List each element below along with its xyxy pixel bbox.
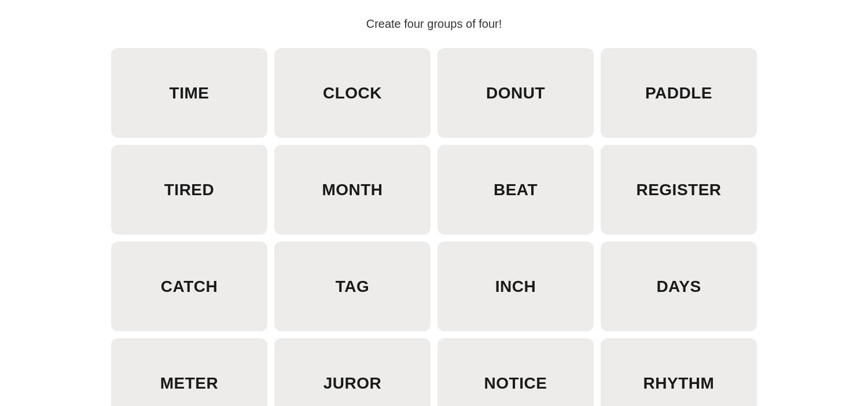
tile-tag[interactable]: TAG [274,242,431,331]
tile-label-catch: CATCH [161,277,218,296]
tile-label-beat: BEAT [494,181,538,199]
tile-month[interactable]: MONTH [274,145,431,235]
tile-clock[interactable]: CLOCK [274,48,431,138]
tile-notice[interactable]: NOTICE [437,338,594,406]
tile-donut[interactable]: DONUT [437,48,594,138]
tile-label-meter: METER [160,374,219,393]
tile-label-notice: NOTICE [484,374,547,393]
tile-meter[interactable]: METER [111,338,267,406]
tile-register[interactable]: REGISTER [601,145,757,235]
tile-time[interactable]: TIME [111,48,267,138]
word-grid: TIMECLOCKDONUTPADDLETIREDMONTHBEATREGIST… [111,48,757,406]
tile-rhythm[interactable]: RHYTHM [601,338,757,406]
tile-catch[interactable]: CATCH [111,242,267,331]
tile-label-tired: TIRED [164,181,215,199]
tile-label-juror: JUROR [323,374,382,393]
tile-label-month: MONTH [322,181,382,199]
tile-label-tag: TAG [336,277,370,296]
tile-tired[interactable]: TIRED [111,145,267,235]
tile-juror[interactable]: JUROR [274,338,431,406]
tile-days[interactable]: DAYS [601,242,757,331]
tile-label-register: REGISTER [636,181,721,199]
tile-beat[interactable]: BEAT [437,145,594,235]
game-subtitle: Create four groups of four! [366,17,502,31]
tile-paddle[interactable]: PADDLE [601,48,757,138]
tile-label-rhythm: RHYTHM [643,374,715,393]
tile-label-days: DAYS [656,277,701,296]
tile-label-inch: INCH [495,277,536,296]
tile-inch[interactable]: INCH [437,242,594,331]
tile-label-donut: DONUT [486,84,545,103]
tile-label-paddle: PADDLE [645,84,712,103]
tile-label-time: TIME [170,84,209,103]
tile-label-clock: CLOCK [323,84,382,103]
